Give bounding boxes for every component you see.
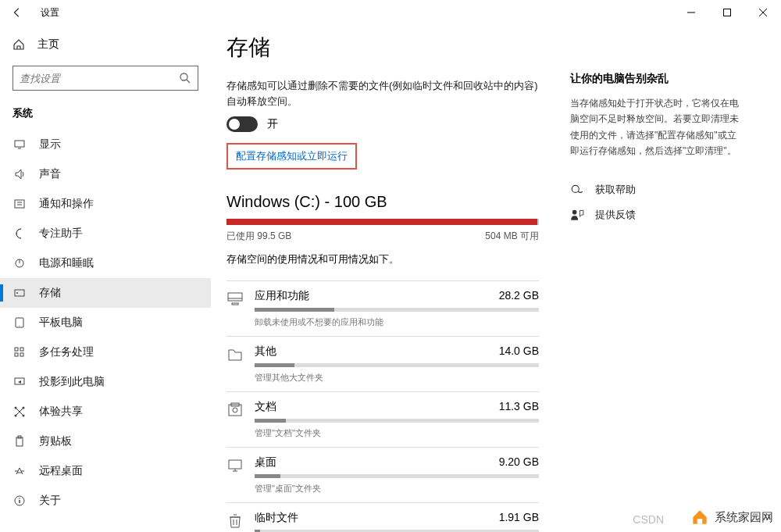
feedback-link[interactable]: 提供反馈 xyxy=(570,208,742,222)
category-bar xyxy=(255,474,539,478)
sidebar-item-label: 存储 xyxy=(39,286,61,300)
minimize-icon xyxy=(687,9,695,16)
category-sub: 卸载未使用或不想要的应用和功能 xyxy=(255,316,539,328)
sidebar-item-remote[interactable]: 远程桌面 xyxy=(0,456,211,486)
watermark-csdn: CSDN xyxy=(633,513,664,526)
sidebar-item-moon[interactable]: 专注助手 xyxy=(0,219,211,248)
svg-rect-20 xyxy=(20,353,23,356)
svg-rect-18 xyxy=(20,348,23,351)
category-name: 桌面 xyxy=(255,455,276,470)
project-icon xyxy=(12,375,27,389)
category-size: 9.20 GB xyxy=(499,455,539,470)
sidebar-item-label: 声音 xyxy=(39,167,61,181)
category-icon xyxy=(226,402,244,419)
svg-rect-13 xyxy=(15,290,24,296)
svg-point-26 xyxy=(15,415,17,417)
window-title: 设置 xyxy=(41,6,59,20)
svg-point-16 xyxy=(20,326,20,327)
monitor-icon xyxy=(12,137,27,152)
sidebar-item-notification[interactable]: 通知和操作 xyxy=(0,189,211,219)
watermark-site: 系统家园网 xyxy=(682,502,781,532)
clipboard-icon xyxy=(12,434,27,448)
category-icon xyxy=(226,346,244,363)
category-name: 文档 xyxy=(255,400,276,414)
sidebar-item-multitask[interactable]: 多任务处理 xyxy=(0,337,211,367)
sidebar-item-label: 远程桌面 xyxy=(39,464,83,478)
category-size: 11.3 GB xyxy=(499,400,539,414)
svg-rect-36 xyxy=(232,303,238,305)
arrow-left-icon xyxy=(12,7,23,18)
drive-usage-bar xyxy=(226,219,539,225)
tablet-icon xyxy=(12,316,27,330)
search-box[interactable] xyxy=(12,66,198,91)
feedback-icon xyxy=(570,208,584,222)
storage-sense-toggle[interactable] xyxy=(226,116,258,132)
page-title: 存储 xyxy=(226,33,539,62)
category-bar xyxy=(255,308,539,312)
sidebar-item-monitor[interactable]: 显示 xyxy=(0,130,211,159)
minimize-button[interactable] xyxy=(673,0,709,25)
svg-point-48 xyxy=(572,209,577,214)
svg-line-5 xyxy=(187,80,190,83)
svg-rect-49 xyxy=(697,519,703,524)
share-icon xyxy=(12,405,27,419)
sidebar-item-storage[interactable]: 存储 xyxy=(0,278,211,308)
storage-sense-desc: 存储感知可以通过删除不需要的文件(例如临时文件和回收站中的内容)自动释放空间。 xyxy=(226,78,539,109)
category-icon xyxy=(226,457,244,474)
category-size: 28.2 GB xyxy=(499,289,539,303)
svg-rect-28 xyxy=(16,437,23,446)
svg-point-27 xyxy=(23,415,25,417)
svg-rect-34 xyxy=(228,293,242,301)
sidebar-item-clipboard[interactable]: 剪贴板 xyxy=(0,427,211,456)
get-help-link[interactable]: 获取帮助 xyxy=(570,183,742,197)
sidebar-item-tablet[interactable]: 平板电脑 xyxy=(0,308,211,337)
svg-rect-8 xyxy=(15,200,24,208)
category-sub: 管理"文档"文件夹 xyxy=(255,427,539,439)
svg-point-32 xyxy=(19,498,20,499)
sound-icon xyxy=(12,167,27,181)
back-button[interactable] xyxy=(9,5,25,20)
sidebar-item-label: 专注助手 xyxy=(39,227,83,241)
configure-storage-sense-link[interactable]: 配置存储感知或立即运行 xyxy=(226,143,357,170)
search-input[interactable] xyxy=(20,73,179,84)
used-label: 已使用 99.5 GB xyxy=(226,230,291,243)
category-bar xyxy=(255,419,539,423)
sidebar-item-project[interactable]: 投影到此电脑 xyxy=(0,367,211,397)
main-content: 存储 存储感知可以通过删除不需要的文件(例如临时文件和回收站中的内容)自动释放空… xyxy=(226,33,539,516)
category-sub: 管理其他大文件夹 xyxy=(255,372,539,384)
search-icon xyxy=(179,72,191,84)
svg-rect-1 xyxy=(724,9,731,16)
category-name: 应用和功能 xyxy=(255,289,309,303)
remote-icon xyxy=(12,464,27,478)
svg-rect-40 xyxy=(229,460,241,469)
sidebar-item-sound[interactable]: 声音 xyxy=(0,159,211,189)
multitask-icon xyxy=(12,345,27,359)
storage-category-item[interactable]: 桌面9.20 GB 管理"桌面"文件夹 xyxy=(226,447,539,502)
category-sub: 管理"桌面"文件夹 xyxy=(255,483,539,495)
section-header: 系统 xyxy=(0,103,211,130)
maximize-button[interactable] xyxy=(709,0,745,25)
sidebar-item-label: 平板电脑 xyxy=(39,316,83,330)
usage-desc: 存储空间的使用情况和可用情况如下。 xyxy=(226,252,539,266)
storage-category-item[interactable]: 临时文件1.91 GB 选择要删除的临时文件 xyxy=(226,502,539,532)
svg-point-39 xyxy=(233,408,237,412)
maximize-icon xyxy=(723,9,731,16)
sidebar-item-label: 通知和操作 xyxy=(39,197,94,211)
sidebar-item-label: 投影到此电脑 xyxy=(39,375,105,389)
storage-category-item[interactable]: 其他14.0 GB 管理其他大文件夹 xyxy=(226,336,539,391)
notification-icon xyxy=(12,197,27,211)
sidebar-item-power[interactable]: 电源和睡眠 xyxy=(0,248,211,278)
sidebar-item-label: 电源和睡眠 xyxy=(39,256,94,270)
close-button[interactable] xyxy=(745,0,781,25)
about-icon xyxy=(12,494,27,508)
moon-icon xyxy=(12,227,27,241)
right-text: 当存储感知处于打开状态时，它将仅在电脑空间不足时释放空间。若要立即清理未使用的文… xyxy=(570,95,742,159)
home-link[interactable]: 主页 xyxy=(0,31,211,58)
storage-category-item[interactable]: 应用和功能28.2 GB 卸载未使用或不想要的应用和功能 xyxy=(226,280,539,336)
sidebar-item-about[interactable]: 关于 xyxy=(0,486,211,516)
svg-point-25 xyxy=(23,407,25,409)
category-size: 14.0 GB xyxy=(499,345,539,359)
sidebar-item-share[interactable]: 体验共享 xyxy=(0,397,211,427)
free-label: 504 MB 可用 xyxy=(485,230,539,243)
storage-category-item[interactable]: 文档11.3 GB 管理"文档"文件夹 xyxy=(226,391,539,447)
